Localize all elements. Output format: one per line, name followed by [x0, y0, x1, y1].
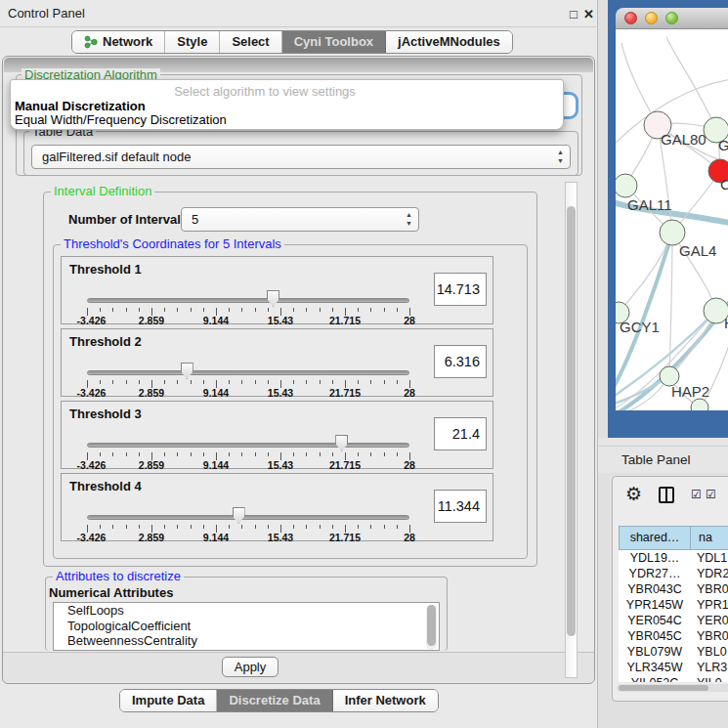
algorithm-popup-placeholder: Select algorithm to view settings [11, 84, 519, 99]
slider-thumb[interactable] [267, 290, 279, 307]
panel-vertical-scrollbar[interactable] [565, 182, 578, 678]
tick-mark [177, 308, 178, 312]
list-item[interactable]: BetweennessCentrality [54, 633, 439, 649]
table-row[interactable]: YLR345WYLR3 [619, 660, 728, 675]
network-node[interactable] [691, 399, 708, 410]
column-header-name[interactable]: na [691, 526, 728, 550]
divider-strip [598, 438, 728, 446]
network-node-label: G [718, 137, 728, 153]
float-window-icon[interactable]: □ [570, 7, 578, 21]
slider-scale-label: 28 [404, 532, 415, 543]
list-item[interactable]: TopologicalCoefficient [54, 619, 439, 634]
attributes-group-title: Attributes to discretize [53, 570, 184, 583]
tick-mark [397, 525, 398, 529]
popup-option-equal-width-frequency[interactable]: Equal Width/Frequency Discretization [15, 112, 227, 127]
table-row[interactable]: YPR145WYPR1 [619, 597, 728, 613]
slider-thumb[interactable] [233, 507, 245, 524]
cell-shared-name: YPR145W [619, 597, 691, 613]
checkbox-icon[interactable]: ☑ [706, 488, 716, 501]
tick-mark [203, 525, 204, 529]
slider-scale-label: 2.859 [139, 532, 164, 543]
slider-scale-labels: -3.4262.8599.14415.4321.71528 [87, 532, 410, 542]
list-item[interactable]: SelfLoops [54, 603, 439, 619]
slider-scale-label: 9.144 [203, 315, 229, 326]
tick-mark [177, 380, 178, 384]
top-tab-bar: Network Style Select Cyni Toolbox jActiv… [71, 30, 513, 54]
attributes-list-scrollbar[interactable] [426, 605, 437, 650]
tick-mark [293, 380, 294, 384]
checkbox-icon[interactable]: ☑ [691, 488, 702, 501]
table-horizontal-scrollbar[interactable] [617, 684, 728, 692]
table-row[interactable]: YDR27…YDR2 [619, 566, 728, 581]
network-window-titlebar[interactable] [616, 8, 728, 29]
threshold-value-field[interactable]: 21.4 [434, 417, 487, 450]
tab-select[interactable]: Select [220, 31, 281, 53]
zoom-traffic-light-icon[interactable] [665, 12, 678, 24]
slider-thumb[interactable] [335, 435, 348, 451]
slider-track[interactable] [87, 443, 409, 448]
tick-mark [164, 308, 165, 312]
gear-icon[interactable]: ⚙ [625, 485, 642, 504]
network-node[interactable] [616, 174, 637, 197]
tick-mark [241, 308, 242, 312]
threshold-value-field[interactable]: 6.316 [434, 345, 487, 378]
table-panel: ⚙ ☑ ☑ shared… na YDL19…YDL1YDR27…YDR2YBR… [612, 476, 728, 702]
slider-scale-label: 9.144 [203, 532, 229, 543]
table-row[interactable]: YBR045CYBR0 [619, 628, 728, 644]
close-icon[interactable]: ✕ [583, 7, 594, 21]
node-attribute-table[interactable]: shared… na YDL19…YDL1YDR27…YDR2YBR043CYB… [619, 526, 728, 682]
cell-shared-name: YDL19… [619, 550, 691, 566]
tab-discretize-data[interactable]: Discretize Data [217, 690, 332, 711]
tick-mark [100, 525, 101, 529]
tick-mark [255, 380, 256, 384]
network-edge[interactable] [669, 233, 672, 376]
control-panel-window: Control Panel □ ✕ Network Style Select C… [0, 0, 598, 728]
network-edge[interactable] [666, 37, 716, 130]
slider-thumb[interactable] [181, 363, 193, 379]
slider-track[interactable] [87, 298, 409, 303]
number-of-intervals-label: Number of Intervals [68, 212, 188, 227]
network-node-label: HAP2 [671, 383, 709, 400]
threshold-value-field[interactable]: 11.344 [434, 490, 487, 523]
tab-style[interactable]: Style [165, 31, 220, 53]
table-row[interactable]: YIL052CYIL0 [619, 675, 728, 682]
table-data-combobox[interactable]: galFiltered.sif default node ▲▼ [31, 145, 571, 169]
slider-track[interactable] [87, 515, 409, 520]
tick-mark [320, 452, 321, 456]
cell-name: YDR2 [691, 566, 728, 581]
slider-track[interactable] [87, 370, 409, 375]
table-row[interactable]: YER054CYER0 [619, 613, 728, 628]
attributes-list-scrollbar-thumb[interactable] [427, 605, 436, 646]
tab-jactivemnodules[interactable]: jActiveMNodules [386, 31, 512, 53]
tab-network[interactable]: Network [72, 31, 165, 53]
table-row[interactable]: YDL19…YDL1 [619, 550, 728, 566]
network-graph[interactable]: GAL80GCGAL11GAL4GCY1HHAP2 [616, 29, 728, 410]
cell-shared-name: YLR345W [619, 660, 691, 675]
tick-mark [229, 525, 230, 529]
number-of-intervals-combobox[interactable]: 5 ▲▼ [181, 207, 419, 232]
column-header-shared-name[interactable]: shared… [619, 526, 691, 550]
network-canvas[interactable]: GAL80GCGAL11GAL4GCY1HHAP2 [616, 29, 728, 410]
cell-shared-name: YBL079W [619, 644, 691, 660]
tick-mark [332, 525, 333, 529]
minimize-traffic-light-icon[interactable] [645, 12, 658, 24]
slider-scale-label: 15.43 [268, 532, 293, 543]
slider-scale-label: 15.43 [268, 315, 293, 326]
tick-mark [306, 525, 307, 529]
tab-jactivemnodules-label: jActiveMNodules [398, 31, 500, 53]
apply-button[interactable]: Apply [222, 657, 278, 677]
tab-infer-network[interactable]: Infer Network [333, 690, 438, 711]
split-columns-icon[interactable] [659, 487, 674, 503]
tick-mark [229, 308, 230, 312]
network-edge[interactable] [619, 233, 672, 313]
close-traffic-light-icon[interactable] [624, 12, 637, 24]
table-row[interactable]: YBL079WYBL0 [619, 644, 728, 660]
numerical-attributes-list[interactable]: SelfLoopsTopologicalCoefficientBetweenne… [53, 602, 440, 651]
threshold-value-field[interactable]: 14.713 [434, 273, 487, 306]
tab-impute-data[interactable]: Impute Data [120, 690, 217, 711]
table-row[interactable]: YBR043CYBR0 [619, 581, 728, 597]
popup-option-manual-discretization[interactable]: Manual Discretization [15, 99, 146, 113]
table-horizontal-scrollbar-thumb[interactable] [619, 685, 708, 691]
panel-vertical-scrollbar-thumb[interactable] [567, 206, 576, 636]
tab-cyni-toolbox[interactable]: Cyni Toolbox [282, 31, 386, 53]
